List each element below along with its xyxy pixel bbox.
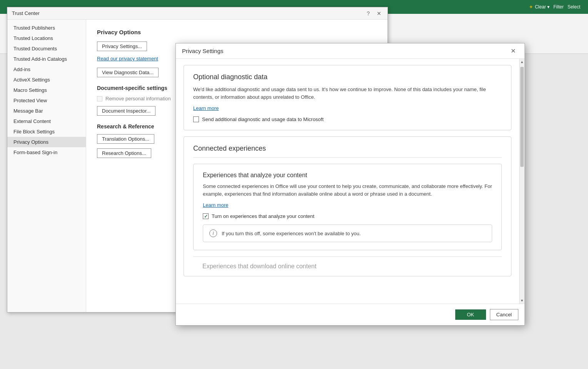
optional-diagnostic-learn-more[interactable]: Learn more [193,105,219,111]
remove-personal-checkbox [97,96,102,101]
ps-titlebar: Privacy Settings ✕ [176,43,525,59]
ps-content: Optional diagnostic data We'd like addit… [176,59,519,289]
read-privacy-link[interactable]: Read our privacy statement [97,56,158,62]
close-dialog-button[interactable]: ✕ [375,10,383,17]
download-content-title: Experiences that download online content [193,257,502,276]
sidebar-item-privacy-options[interactable]: Privacy Options [7,137,86,147]
research-options-button[interactable]: Research Options... [97,148,151,158]
analyze-content-checkbox-row: ✓ Turn on experiences that analyze your … [203,213,492,219]
scrollbar-up-arrow[interactable]: ▲ [520,59,525,65]
analyze-content-card: Experiences that analyze your content So… [193,164,502,250]
optional-diagnostic-checkbox-label: Send additional diagnostic and usage dat… [202,116,324,122]
trust-center-sidebar: Trusted Publishers Trusted Locations Tru… [7,20,86,312]
analyze-content-learn-more[interactable]: Learn more [203,202,228,208]
privacy-settings-dialog: Privacy Settings ✕ Optional diagnostic d… [175,43,525,326]
dialog-controls: ? ✕ [364,10,383,17]
optional-diagnostic-checkbox[interactable] [193,116,199,122]
sidebar-item-file-block[interactable]: File Block Settings [7,126,86,137]
sidebar-item-activex[interactable]: ActiveX Settings [7,75,86,85]
ps-close-button[interactable]: ✕ [508,46,518,57]
sidebar-item-message-bar[interactable]: Message Bar [7,106,86,116]
trust-center-titlebar: Trust Center ? ✕ [7,7,388,20]
analyze-content-desc: Some connected experiences in Office wil… [203,183,492,198]
sidebar-item-external-content[interactable]: External Content [7,116,86,126]
ps-scrollbar[interactable]: ▲ ▼ [519,59,525,304]
connected-experiences-title: Connected experiences [193,145,502,158]
optional-diagnostic-checkbox-row: Send additional diagnostic and usage dat… [193,116,502,122]
cancel-button[interactable]: Cancel [490,309,518,320]
sidebar-item-form-signin[interactable]: Form-based Sign-in [7,147,86,158]
filter-button[interactable]: Filter [553,4,564,10]
sidebar-item-trusted-publishers[interactable]: Trusted Publishers [7,23,86,33]
optional-diagnostic-card: Optional diagnostic data We'd like addit… [184,65,511,130]
scrollbar-down-arrow[interactable]: ▼ [520,298,525,304]
ok-button[interactable]: OK [455,309,486,320]
ps-footer: OK Cancel [176,304,525,325]
translation-options-button[interactable]: Translation Options... [97,134,154,144]
view-diagnostic-button[interactable]: View Diagnostic Data... [97,68,159,77]
analyze-content-title: Experiences that analyze your content [203,172,492,179]
checkmark-icon: ✓ [204,214,208,219]
sidebar-item-trusted-addin[interactable]: Trusted Add-in Catalogs [7,54,86,64]
privacy-settings-button[interactable]: Privacy Settings... [97,42,147,51]
ps-title: Privacy Settings [182,48,224,54]
trust-center-title: Trust Center [12,10,40,16]
sidebar-item-trusted-documents[interactable]: Trusted Documents [7,43,86,54]
sidebar-item-macro[interactable]: Macro Settings [7,85,86,95]
ps-scroll-area[interactable]: Optional diagnostic data We'd like addit… [176,59,519,304]
remove-personal-label: Remove personal information [105,96,171,101]
info-message: If you turn this off, some experiences w… [222,231,361,236]
info-icon: i [209,229,217,237]
scrollbar-track[interactable] [520,65,525,298]
clear-button[interactable]: ✦ Clear ▾ [529,4,550,10]
scrollbar-thumb[interactable] [520,67,524,167]
sidebar-item-protected-view[interactable]: Protected View [7,95,86,106]
optional-diagnostic-desc: We'd like additional diagnostic and usag… [193,86,502,101]
document-inspector-button[interactable]: Document Inspector... [97,106,155,116]
sidebar-item-trusted-locations[interactable]: Trusted Locations [7,33,86,43]
optional-diagnostic-title: Optional diagnostic data [193,73,502,81]
help-button[interactable]: ? [364,10,372,17]
info-box: i If you turn this off, some experiences… [203,224,492,242]
sidebar-item-addins[interactable]: Add-ins [7,64,86,75]
analyze-content-checkbox-label: Turn on experiences that analyze your co… [212,213,314,219]
privacy-options-title: Privacy Options [97,29,377,35]
select-button[interactable]: Select [568,4,580,10]
ps-body: Optional diagnostic data We'd like addit… [176,59,525,304]
analyze-content-checkbox[interactable]: ✓ [203,213,209,219]
connected-experiences-card: Connected experiences Experiences that a… [184,136,511,276]
